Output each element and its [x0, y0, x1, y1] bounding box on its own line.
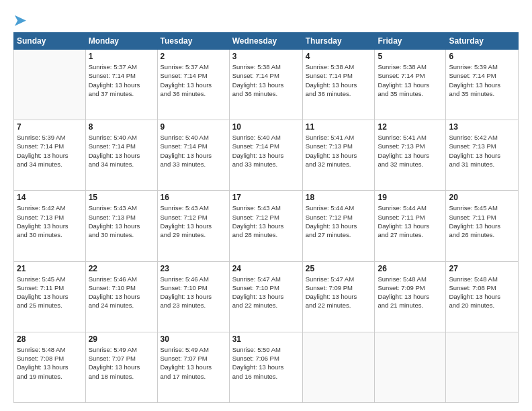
day-header-wednesday: Wednesday [229, 33, 302, 50]
day-number: 15 [89, 193, 154, 202]
day-number: 8 [89, 122, 154, 132]
calendar-cell [302, 332, 375, 402]
day-info: Sunrise: 5:43 AM Sunset: 7:12 PM Dayligh… [161, 203, 226, 239]
day-number: 5 [378, 52, 443, 61]
calendar-cell: 19Sunrise: 5:44 AM Sunset: 7:11 PM Dayli… [375, 191, 446, 261]
day-info: Sunrise: 5:41 AM Sunset: 7:13 PM Dayligh… [378, 133, 443, 169]
calendar: SundayMondayTuesdayWednesdayThursdayFrid… [13, 32, 519, 403]
day-number: 9 [161, 122, 226, 132]
day-number: 31 [232, 334, 300, 344]
day-number: 30 [161, 334, 226, 344]
day-info: Sunrise: 5:46 AM Sunset: 7:10 PM Dayligh… [161, 275, 226, 310]
calendar-cell: 21Sunrise: 5:45 AM Sunset: 7:11 PM Dayli… [14, 261, 86, 332]
calendar-cell [14, 50, 86, 120]
day-header-monday: Monday [85, 33, 157, 50]
calendar-cell: 27Sunrise: 5:48 AM Sunset: 7:08 PM Dayli… [446, 261, 519, 332]
calendar-cell: 3Sunrise: 5:38 AM Sunset: 7:14 PM Daylig… [229, 50, 302, 120]
day-info: Sunrise: 5:42 AM Sunset: 7:13 PM Dayligh… [17, 203, 83, 239]
day-info: Sunrise: 5:40 AM Sunset: 7:14 PM Dayligh… [161, 133, 226, 169]
day-info: Sunrise: 5:49 AM Sunset: 7:07 PM Dayligh… [89, 345, 154, 381]
day-number: 23 [161, 264, 226, 273]
day-number: 29 [89, 334, 154, 344]
day-header-friday: Friday [375, 33, 446, 50]
calendar-cell: 4Sunrise: 5:38 AM Sunset: 7:14 PM Daylig… [302, 50, 375, 120]
calendar-week-2: 7Sunrise: 5:39 AM Sunset: 7:14 PM Daylig… [14, 120, 519, 191]
day-info: Sunrise: 5:42 AM Sunset: 7:13 PM Dayligh… [449, 133, 515, 169]
day-number: 4 [306, 52, 372, 61]
day-info: Sunrise: 5:44 AM Sunset: 7:12 PM Dayligh… [306, 203, 372, 239]
day-number: 28 [17, 334, 83, 344]
calendar-cell: 1Sunrise: 5:37 AM Sunset: 7:14 PM Daylig… [85, 50, 157, 120]
calendar-cell: 26Sunrise: 5:48 AM Sunset: 7:09 PM Dayli… [375, 261, 446, 332]
calendar-cell: 5Sunrise: 5:38 AM Sunset: 7:14 PM Daylig… [375, 50, 446, 120]
day-info: Sunrise: 5:43 AM Sunset: 7:13 PM Dayligh… [89, 203, 154, 239]
day-number: 17 [232, 193, 300, 202]
day-info: Sunrise: 5:45 AM Sunset: 7:11 PM Dayligh… [449, 203, 515, 239]
day-number: 27 [449, 264, 515, 273]
day-info: Sunrise: 5:40 AM Sunset: 7:14 PM Dayligh… [232, 133, 300, 169]
day-info: Sunrise: 5:49 AM Sunset: 7:07 PM Dayligh… [161, 345, 226, 381]
day-number: 21 [17, 264, 83, 273]
calendar-cell: 10Sunrise: 5:40 AM Sunset: 7:14 PM Dayli… [229, 120, 302, 191]
calendar-cell: 6Sunrise: 5:39 AM Sunset: 7:14 PM Daylig… [446, 50, 519, 120]
page: ➤ SundayMondayTuesdayWednesdayThursdayFr… [0, 0, 532, 411]
day-info: Sunrise: 5:46 AM Sunset: 7:10 PM Dayligh… [89, 275, 154, 310]
calendar-cell: 8Sunrise: 5:40 AM Sunset: 7:14 PM Daylig… [85, 120, 157, 191]
day-header-thursday: Thursday [302, 33, 375, 50]
calendar-cell [446, 332, 519, 402]
day-info: Sunrise: 5:37 AM Sunset: 7:14 PM Dayligh… [161, 62, 226, 98]
calendar-week-3: 14Sunrise: 5:42 AM Sunset: 7:13 PM Dayli… [14, 191, 519, 261]
calendar-cell: 25Sunrise: 5:47 AM Sunset: 7:09 PM Dayli… [302, 261, 375, 332]
calendar-week-1: 1Sunrise: 5:37 AM Sunset: 7:14 PM Daylig… [14, 50, 519, 120]
day-info: Sunrise: 5:48 AM Sunset: 7:08 PM Dayligh… [449, 275, 515, 310]
day-info: Sunrise: 5:45 AM Sunset: 7:11 PM Dayligh… [17, 275, 83, 310]
calendar-week-4: 21Sunrise: 5:45 AM Sunset: 7:11 PM Dayli… [14, 261, 519, 332]
calendar-cell: 12Sunrise: 5:41 AM Sunset: 7:13 PM Dayli… [375, 120, 446, 191]
header: ➤ [13, 12, 519, 27]
day-info: Sunrise: 5:39 AM Sunset: 7:14 PM Dayligh… [449, 62, 515, 98]
calendar-cell: 2Sunrise: 5:37 AM Sunset: 7:14 PM Daylig… [157, 50, 229, 120]
calendar-cell: 20Sunrise: 5:45 AM Sunset: 7:11 PM Dayli… [446, 191, 519, 261]
day-number: 10 [232, 122, 300, 132]
calendar-cell: 30Sunrise: 5:49 AM Sunset: 7:07 PM Dayli… [157, 332, 229, 402]
calendar-cell: 14Sunrise: 5:42 AM Sunset: 7:13 PM Dayli… [14, 191, 86, 261]
day-info: Sunrise: 5:48 AM Sunset: 7:09 PM Dayligh… [378, 275, 443, 310]
day-number: 14 [17, 193, 83, 202]
day-number: 20 [449, 193, 515, 202]
day-info: Sunrise: 5:40 AM Sunset: 7:14 PM Dayligh… [89, 133, 154, 169]
calendar-cell: 15Sunrise: 5:43 AM Sunset: 7:13 PM Dayli… [85, 191, 157, 261]
calendar-header-row: SundayMondayTuesdayWednesdayThursdayFrid… [14, 33, 519, 50]
day-number: 2 [161, 52, 226, 61]
day-number: 11 [306, 122, 372, 132]
day-info: Sunrise: 5:44 AM Sunset: 7:11 PM Dayligh… [378, 203, 443, 239]
day-header-tuesday: Tuesday [157, 33, 229, 50]
calendar-cell: 29Sunrise: 5:49 AM Sunset: 7:07 PM Dayli… [85, 332, 157, 402]
day-number: 1 [89, 52, 154, 61]
day-number: 18 [306, 193, 372, 202]
day-number: 26 [378, 264, 443, 273]
day-number: 13 [449, 122, 515, 132]
day-info: Sunrise: 5:43 AM Sunset: 7:12 PM Dayligh… [232, 203, 300, 239]
day-number: 24 [232, 264, 300, 273]
calendar-cell: 11Sunrise: 5:41 AM Sunset: 7:13 PM Dayli… [302, 120, 375, 191]
day-number: 22 [89, 264, 154, 273]
logo: ➤ [13, 12, 26, 27]
day-number: 7 [17, 122, 83, 132]
day-number: 12 [378, 122, 443, 132]
day-info: Sunrise: 5:50 AM Sunset: 7:06 PM Dayligh… [232, 345, 300, 381]
day-number: 6 [449, 52, 515, 61]
calendar-cell: 7Sunrise: 5:39 AM Sunset: 7:14 PM Daylig… [14, 120, 86, 191]
day-info: Sunrise: 5:38 AM Sunset: 7:14 PM Dayligh… [232, 62, 300, 98]
calendar-cell: 13Sunrise: 5:42 AM Sunset: 7:13 PM Dayli… [446, 120, 519, 191]
day-header-sunday: Sunday [14, 33, 86, 50]
logo-bird-icon: ➤ [13, 12, 26, 29]
calendar-cell [375, 332, 446, 402]
day-number: 16 [161, 193, 226, 202]
day-info: Sunrise: 5:38 AM Sunset: 7:14 PM Dayligh… [378, 62, 443, 98]
day-header-saturday: Saturday [446, 33, 519, 50]
day-info: Sunrise: 5:41 AM Sunset: 7:13 PM Dayligh… [306, 133, 372, 169]
day-info: Sunrise: 5:39 AM Sunset: 7:14 PM Dayligh… [17, 133, 83, 169]
calendar-cell: 28Sunrise: 5:48 AM Sunset: 7:08 PM Dayli… [14, 332, 86, 402]
day-number: 25 [306, 264, 372, 273]
day-number: 3 [232, 52, 300, 61]
